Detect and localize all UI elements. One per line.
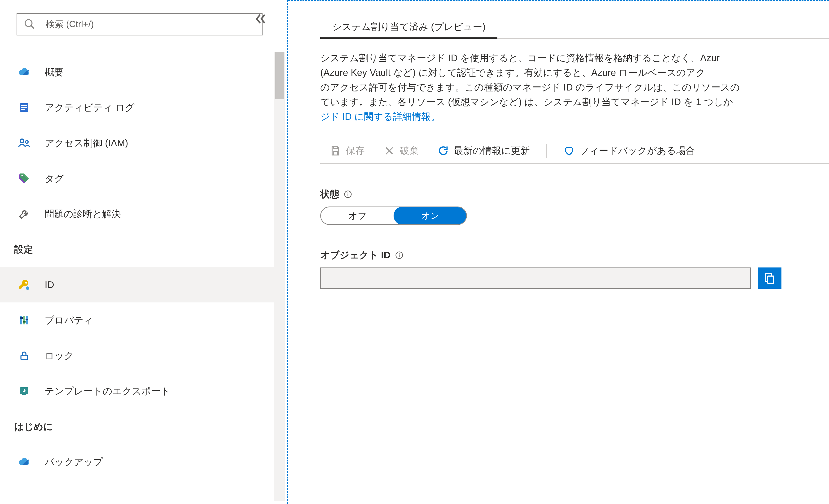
- svg-rect-17: [21, 355, 28, 360]
- status-label: 状態: [320, 188, 339, 201]
- sidebar-label: 概要: [45, 66, 64, 79]
- status-toggle-on[interactable]: オン: [394, 206, 467, 225]
- discard-button: 破棄: [374, 138, 428, 163]
- tab-system-assigned[interactable]: システム割り当て済み (プレビュー): [320, 20, 497, 38]
- sidebar-item-locks[interactable]: ロック: [0, 338, 274, 373]
- svg-point-26: [348, 192, 349, 193]
- nav: 概要 アクティビティ ログ アクセス制御 (IAM) タグ: [0, 54, 274, 480]
- object-id-label: オブジェクト ID: [320, 248, 391, 262]
- close-icon: [384, 145, 395, 156]
- main-content: システム割り当て済み (プレビュー) システム割り当てマネージド ID を使用す…: [288, 0, 829, 504]
- copy-icon: [763, 272, 776, 284]
- sidebar-label: プロパティ: [45, 314, 93, 327]
- sidebar-item-identity[interactable]: ID: [0, 267, 274, 303]
- key-icon: [16, 277, 32, 292]
- sidebar-scrollbar-thumb[interactable]: [275, 52, 284, 99]
- svg-point-6: [20, 139, 24, 143]
- status-toggle-off[interactable]: オフ: [321, 207, 394, 224]
- refresh-label: 最新の情報に更新: [454, 144, 530, 157]
- feedback-button[interactable]: フィードバックがある場合: [554, 138, 705, 163]
- svg-point-10: [26, 286, 29, 290]
- svg-rect-15: [23, 321, 26, 322]
- copy-button[interactable]: [758, 268, 782, 289]
- refresh-button[interactable]: 最新の情報に更新: [428, 138, 539, 163]
- export-template-icon: [16, 384, 32, 399]
- save-button: 保存: [320, 138, 374, 163]
- sliders-icon: [16, 313, 32, 328]
- search-icon: [24, 18, 35, 30]
- svg-rect-4: [21, 107, 27, 108]
- sidebar-item-overview[interactable]: 概要: [0, 54, 274, 90]
- sidebar-item-iam[interactable]: アクセス制御 (IAM): [0, 125, 274, 161]
- sidebar: 概要 アクティビティ ログ アクセス制御 (IAM) タグ: [0, 0, 288, 504]
- svg-point-7: [26, 141, 28, 143]
- svg-rect-11: [20, 316, 22, 324]
- backup-cloud-icon: [16, 454, 32, 469]
- sidebar-item-backup[interactable]: バックアップ: [0, 444, 274, 480]
- object-id-field: オブジェクト ID: [320, 248, 829, 289]
- sidebar-label: バックアップ: [45, 456, 103, 469]
- svg-rect-14: [20, 317, 23, 319]
- sidebar-label: ロック: [45, 349, 74, 362]
- description-text: のアクセス許可を付与できます。この種類のマネージド ID のライフサイクルは、こ…: [320, 82, 740, 92]
- save-label: 保存: [346, 144, 365, 157]
- sidebar-item-diagnose[interactable]: 問題の診断と解決: [0, 196, 274, 232]
- save-icon: [330, 145, 341, 156]
- description-text: (Azure Key Vault など) に対して認証できます。有効にすると、A…: [320, 67, 705, 78]
- svg-rect-30: [767, 276, 773, 283]
- object-id-value[interactable]: [320, 268, 751, 289]
- managed-id-learn-more-link[interactable]: ジド ID に関する詳細情報。: [320, 111, 440, 122]
- status-field: 状態 オフ オン: [320, 188, 829, 225]
- section-header-settings: 設定: [0, 232, 274, 267]
- search-input[interactable]: [16, 13, 262, 35]
- tags-icon: [16, 171, 32, 186]
- search-wrap: [16, 13, 262, 35]
- svg-point-9: [25, 282, 27, 283]
- sidebar-item-activity-log[interactable]: アクティビティ ログ: [0, 90, 274, 125]
- section-header-getting-started: はじめに: [0, 409, 274, 444]
- svg-point-8: [22, 175, 23, 176]
- identity-tab-row: システム割り当て済み (プレビュー): [320, 17, 829, 39]
- info-icon[interactable]: [344, 190, 352, 198]
- heart-icon: [564, 145, 575, 156]
- svg-rect-21: [333, 151, 337, 155]
- log-icon: [16, 100, 32, 115]
- collapse-sidebar-icon[interactable]: [254, 12, 268, 26]
- sidebar-label: テンプレートのエクスポート: [45, 385, 170, 398]
- sidebar-scrollbar-track[interactable]: [274, 52, 285, 501]
- sidebar-item-properties[interactable]: プロパティ: [0, 303, 274, 338]
- sidebar-label: 問題の診断と解決: [45, 207, 121, 221]
- lock-icon: [16, 348, 32, 363]
- feedback-label: フィードバックがある場合: [579, 144, 695, 157]
- svg-line-1: [31, 26, 34, 29]
- description-text: ています。また、各リソース (仮想マシンなど) は、システム割り当てマネージド …: [320, 96, 733, 107]
- svg-point-0: [25, 20, 32, 27]
- identity-toolbar: 保存 破棄 最新の情報に更新 フィードバックがある場合: [320, 138, 829, 164]
- svg-point-29: [399, 253, 400, 254]
- svg-rect-12: [23, 316, 25, 324]
- description-text: システム割り当てマネージド ID を使用すると、コードに資格情報を格納することな…: [320, 53, 720, 63]
- sidebar-label: アクティビティ ログ: [45, 101, 135, 114]
- identity-description: システム割り当てマネージド ID を使用すると、コードに資格情報を格納することな…: [320, 50, 829, 124]
- svg-rect-5: [21, 109, 25, 110]
- sidebar-item-export-template[interactable]: テンプレートのエクスポート: [0, 373, 274, 409]
- wrench-icon: [16, 206, 32, 221]
- refresh-icon: [438, 145, 449, 156]
- sidebar-item-tags[interactable]: タグ: [0, 161, 274, 196]
- cloud-icon: [16, 65, 32, 80]
- toolbar-divider: [546, 144, 547, 158]
- svg-rect-16: [26, 319, 28, 320]
- sidebar-label: アクセス制御 (IAM): [45, 137, 128, 150]
- svg-rect-20: [333, 147, 337, 149]
- sidebar-label: ID: [45, 279, 54, 290]
- svg-rect-3: [21, 105, 27, 106]
- sidebar-label: タグ: [45, 172, 64, 185]
- sidebar-inner: 概要 アクティビティ ログ アクセス制御 (IAM) タグ: [0, 0, 274, 504]
- discard-label: 破棄: [400, 144, 419, 157]
- info-icon[interactable]: [395, 251, 403, 259]
- status-toggle[interactable]: オフ オン: [320, 206, 467, 225]
- people-icon: [16, 135, 32, 151]
- svg-rect-19: [22, 394, 26, 395]
